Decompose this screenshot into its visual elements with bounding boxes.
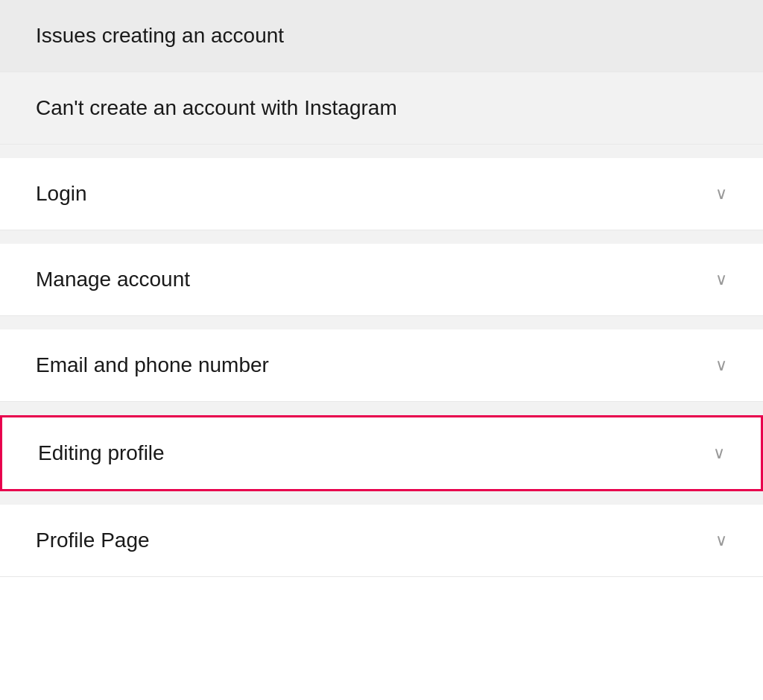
chevron-down-icon: ∨ xyxy=(715,357,727,373)
chevron-down-icon: ∨ xyxy=(715,271,727,288)
menu-item-email-phone[interactable]: Email and phone number ∨ xyxy=(0,329,763,402)
chevron-down-icon: ∨ xyxy=(715,186,727,202)
menu-item-profile-page[interactable]: Profile Page ∨ xyxy=(0,505,763,577)
chevron-down-icon: ∨ xyxy=(713,445,725,461)
menu-item-cant-create-instagram[interactable]: Can't create an account with Instagram xyxy=(0,72,763,145)
menu-item-editing-profile[interactable]: Editing profile ∨ xyxy=(0,415,763,491)
page-container: Issues creating an account Can't create … xyxy=(0,0,763,700)
menu-item-manage-account[interactable]: Manage account ∨ xyxy=(0,244,763,316)
chevron-down-icon: ∨ xyxy=(715,532,727,549)
menu-item-login[interactable]: Login ∨ xyxy=(0,158,763,230)
menu-item-label: Can't create an account with Instagram xyxy=(36,96,397,120)
menu-item-label: Login xyxy=(36,182,87,206)
menu-item-label: Editing profile xyxy=(38,441,165,465)
section-divider xyxy=(0,491,763,505)
section-divider xyxy=(0,402,763,415)
section-divider xyxy=(0,230,763,244)
section-divider xyxy=(0,145,763,158)
section-divider xyxy=(0,316,763,329)
menu-item-issues-creating-account[interactable]: Issues creating an account xyxy=(0,0,763,72)
menu-item-label: Profile Page xyxy=(36,529,150,552)
menu-item-label: Issues creating an account xyxy=(36,24,284,48)
menu-item-label: Manage account xyxy=(36,268,190,291)
menu-item-label: Email and phone number xyxy=(36,353,269,377)
